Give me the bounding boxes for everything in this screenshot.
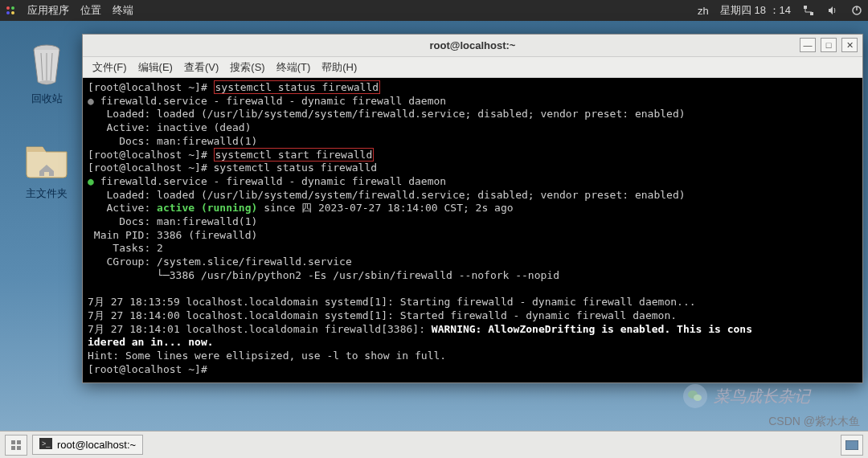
trash-label: 回收站 [14, 92, 79, 106]
home-label: 主文件夹 [14, 186, 79, 201]
workspace-switcher[interactable] [841, 435, 863, 456]
cgroup: CGroup: /system.slice/firewalld.service [88, 256, 352, 268]
svc-header-1: firewalld.service - firewalld - dynamic … [100, 95, 446, 107]
docs-2: Docs: man:firewalld(1) [88, 215, 257, 227]
window-title: root@localhost:~ [83, 39, 862, 51]
activities-icon[interactable] [5, 5, 16, 16]
menu-view[interactable]: 查看(V) [179, 59, 223, 76]
svg-rect-4 [804, 6, 807, 9]
prompt: [root@localhost ~]# [88, 149, 214, 161]
wechat-text: 菜鸟成长杂记 [714, 386, 810, 407]
cgroup-child: └─3386 /usr/bin/python2 -Es /usr/sbin/fi… [88, 269, 559, 281]
svg-rect-14 [11, 440, 15, 444]
prompt: [root@localhost ~]# [88, 81, 214, 93]
active-inactive: Active: inactive (dead) [88, 121, 252, 133]
taskbar-task-label: root@localhost:~ [57, 439, 136, 451]
svg-rect-17 [17, 446, 21, 450]
active-pre: Active: [88, 202, 157, 214]
home-folder-icon [23, 135, 71, 183]
power-icon[interactable] [850, 4, 863, 17]
desktop-trash[interactable]: 回收站 [14, 40, 79, 106]
docs-1: Docs: man:firewalld(1) [88, 135, 257, 147]
taskbar-terminal[interactable]: >_ root@localhost:~ [32, 435, 143, 455]
cmd-start: systemctl start firewalld [214, 148, 375, 162]
close-button[interactable]: ✕ [841, 38, 858, 52]
mainpid: Main PID: 3386 (firewalld) [88, 229, 257, 241]
wechat-watermark: 菜鸟成长杂记 [683, 384, 810, 408]
svg-point-0 [6, 6, 10, 10]
cmd-status-1: systemctl status firewalld [214, 80, 381, 94]
menu-help[interactable]: 帮助(H) [317, 59, 362, 76]
prompt-final: [root@localhost ~]# [88, 363, 214, 375]
svg-point-3 [11, 11, 14, 14]
menu-places[interactable]: 位置 [80, 3, 101, 18]
svg-rect-15 [17, 440, 21, 444]
svg-rect-20 [845, 440, 858, 450]
maximize-button[interactable]: □ [821, 38, 837, 52]
svc-header-2: firewalld.service - firewalld - dynamic … [100, 175, 446, 187]
trash-icon [23, 40, 71, 88]
log-line-1: 7月 27 18:13:59 localhost.localdomain sys… [88, 296, 696, 308]
input-lang[interactable]: zh [698, 5, 709, 17]
hint: Hint: Some lines were ellipsized, use -l… [88, 350, 446, 362]
terminal-window: root@localhost:~ — □ ✕ 文件(F) 编辑(E) 查看(V)… [82, 34, 863, 383]
loaded-1: Loaded: loaded (/usr/lib/systemd/system/… [88, 108, 686, 120]
menu-applications[interactable]: 应用程序 [27, 3, 69, 18]
menu-terminal-m[interactable]: 终端(T) [272, 59, 316, 76]
active-post: since 四 2023-07-27 18:14:00 CST; 2s ago [257, 202, 513, 214]
status-dot-active: ● [88, 175, 94, 187]
status-dot-inactive: ● [88, 95, 94, 107]
terminal-output[interactable]: [root@localhost ~]# systemctl status fir… [83, 78, 862, 382]
log-line-3a: 7月 27 18:14:01 localhost.localdomain fir… [88, 323, 432, 335]
titlebar[interactable]: root@localhost:~ — □ ✕ [83, 35, 862, 57]
svg-rect-5 [810, 12, 813, 15]
menu-file[interactable]: 文件(F) [88, 59, 132, 76]
csdn-watermark: CSDN @紫水木鱼 [768, 415, 860, 429]
volume-icon[interactable] [826, 4, 839, 17]
show-desktop-button[interactable] [5, 435, 27, 456]
cmd-status-2: systemctl status firewalld [214, 162, 378, 174]
tasks: Tasks: 2 [88, 242, 163, 254]
menubar: 文件(F) 编辑(E) 查看(V) 搜索(S) 终端(T) 帮助(H) [83, 57, 862, 78]
terminal-icon: >_ [39, 438, 52, 452]
active-running: active (running) [157, 202, 257, 214]
log-line-3b: WARNING: AllowZoneDrifting is enabled. T… [432, 323, 752, 335]
taskbar: >_ root@localhost:~ [0, 431, 868, 458]
top-panel: 应用程序 位置 终端 zh 星期四 18 ：14 [0, 0, 868, 21]
wechat-icon [683, 384, 707, 408]
log-line-3c: idered an in... now. [88, 336, 214, 348]
clock[interactable]: 星期四 18 ：14 [720, 3, 791, 18]
log-line-2: 7月 27 18:14:00 localhost.localdomain sys… [88, 309, 677, 321]
loaded-2: Loaded: loaded (/usr/lib/systemd/system/… [88, 189, 686, 201]
minimize-button[interactable]: — [800, 38, 816, 52]
menu-search[interactable]: 搜索(S) [225, 59, 269, 76]
network-icon[interactable] [802, 4, 815, 17]
svg-text:>_: >_ [42, 440, 51, 448]
menu-edit[interactable]: 编辑(E) [133, 59, 178, 76]
svg-point-2 [6, 11, 10, 14]
menu-terminal[interactable]: 终端 [113, 3, 133, 18]
svg-point-13 [694, 395, 702, 401]
svg-rect-16 [11, 446, 15, 450]
desktop-home[interactable]: 主文件夹 [14, 135, 79, 201]
svg-point-1 [11, 6, 14, 10]
prompt: [root@localhost ~]# [88, 162, 214, 174]
